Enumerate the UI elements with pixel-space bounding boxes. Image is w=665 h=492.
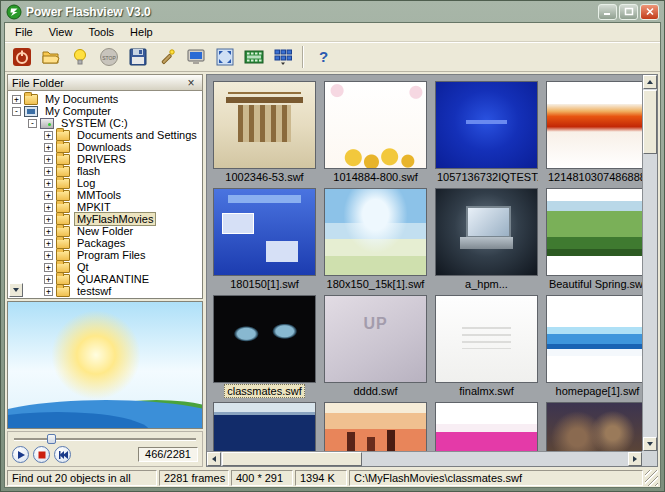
vertical-scroll-thumb[interactable] xyxy=(643,90,657,154)
thumbnail-image[interactable] xyxy=(324,81,427,169)
tree-item-testswf[interactable]: +testswf xyxy=(8,285,202,297)
exit-button[interactable] xyxy=(8,44,35,70)
expander-icon[interactable]: + xyxy=(44,191,53,200)
folder-icon xyxy=(56,262,70,273)
thumbnail-label: dddd.swf xyxy=(324,384,427,398)
thumbnail-item-selected[interactable]: classmates.swf xyxy=(213,295,316,398)
thumbnail-item[interactable] xyxy=(546,402,642,451)
minimize-button[interactable] xyxy=(598,4,617,20)
thumbnail-image[interactable] xyxy=(546,295,642,383)
thumbnail-item[interactable] xyxy=(435,402,538,451)
thumbnail-item[interactable]: Beautiful Spring.swf xyxy=(546,188,642,291)
screen-button[interactable] xyxy=(182,44,209,70)
scrollbar-corner xyxy=(642,451,657,466)
status-path: C:\MyFlashMovies\classmates.swf xyxy=(349,470,643,486)
thumbnail-image[interactable] xyxy=(435,402,538,451)
resize-grip[interactable] xyxy=(645,470,658,486)
thumbnail-image[interactable] xyxy=(324,402,427,451)
maximize-button[interactable] xyxy=(619,4,638,20)
titlebar[interactable]: Power Flashview V3.0 xyxy=(4,1,661,22)
stop-button[interactable] xyxy=(33,446,50,463)
expander-icon[interactable]: + xyxy=(44,263,53,272)
expander-icon[interactable]: + xyxy=(44,215,53,224)
expander-icon[interactable]: + xyxy=(44,203,53,212)
menu-file[interactable]: File xyxy=(7,24,41,40)
close-button[interactable] xyxy=(640,4,659,20)
expander-icon[interactable]: + xyxy=(44,179,53,188)
thumbnail-item[interactable]: finalmx.swf xyxy=(435,295,538,398)
thumbnail-image[interactable] xyxy=(546,402,642,451)
tree-item-drivers[interactable]: +DRIVERS xyxy=(8,153,202,165)
expander-icon[interactable]: - xyxy=(28,119,37,128)
expander-icon[interactable]: + xyxy=(44,287,53,296)
panel-close-button[interactable]: × xyxy=(184,77,198,89)
stop-button-toolbar[interactable]: STOP xyxy=(95,44,122,70)
right-panel: 1002346-53.swf 1014884-800.swf 105713673… xyxy=(206,74,658,467)
expander-icon[interactable]: + xyxy=(44,143,53,152)
thumbnail-item[interactable]: 180x150_15k[1].swf xyxy=(324,188,427,291)
lamp-button[interactable] xyxy=(66,44,93,70)
menu-view[interactable]: View xyxy=(41,24,81,40)
thumbnail-item[interactable] xyxy=(324,402,427,451)
tree-item-label[interactable]: testswf xyxy=(74,284,114,298)
filmstrip-button[interactable] xyxy=(240,44,267,70)
help-button[interactable]: ? xyxy=(310,44,337,70)
thumbnail-image[interactable] xyxy=(213,402,316,451)
thumbnail-image[interactable] xyxy=(435,188,538,276)
play-button[interactable] xyxy=(12,446,29,463)
thumbnail-item[interactable]: 1002346-53.swf xyxy=(213,81,316,184)
thumbnail-image[interactable] xyxy=(435,81,538,169)
thumbnail-image[interactable]: UP xyxy=(324,295,427,383)
thumbnail-image[interactable] xyxy=(324,188,427,276)
tree-scroll-down-button[interactable] xyxy=(9,283,23,297)
thumbnail-image[interactable] xyxy=(213,81,316,169)
expander-icon[interactable]: + xyxy=(44,239,53,248)
expander-icon[interactable]: + xyxy=(44,155,53,164)
thumbnail-image[interactable] xyxy=(546,81,642,169)
scroll-right-button[interactable] xyxy=(628,452,642,466)
menu-help[interactable]: Help xyxy=(122,24,161,40)
thumbnail-item[interactable]: 1057136732IQTEST.swf xyxy=(435,81,538,184)
thumbnail-view-button[interactable] xyxy=(269,44,296,70)
rewind-button[interactable] xyxy=(54,446,71,463)
tree-item-flash[interactable]: +flash xyxy=(8,165,202,177)
thumbnail-item[interactable]: 1214810307486888c393... xyxy=(546,81,642,184)
thumbnail-image[interactable] xyxy=(213,295,316,383)
thumbnail-item[interactable]: 1014884-800.swf xyxy=(324,81,427,184)
scroll-down-button[interactable] xyxy=(643,437,657,451)
expander-icon[interactable]: + xyxy=(44,227,53,236)
thumbnail-item[interactable]: 180150[1].swf xyxy=(213,188,316,291)
thumbnail-item[interactable]: UPdddd.swf xyxy=(324,295,427,398)
menu-tools[interactable]: Tools xyxy=(80,24,122,40)
tools-button[interactable] xyxy=(153,44,180,70)
thumbnail-item[interactable]: homepage[1].swf xyxy=(546,295,642,398)
seek-slider[interactable] xyxy=(14,433,196,445)
expander-icon[interactable]: + xyxy=(44,251,53,260)
svg-text:STOP: STOP xyxy=(102,54,116,60)
thumbnail-label: 1214810307486888c393... xyxy=(546,170,642,184)
thumbnail-image[interactable] xyxy=(546,188,642,276)
window-body: File View Tools Help STOP ? File Folder … xyxy=(4,22,661,488)
preview-pane[interactable] xyxy=(7,301,203,429)
scroll-up-button[interactable] xyxy=(643,75,657,89)
thumbnail-image[interactable] xyxy=(213,188,316,276)
toolbar-separator xyxy=(302,46,304,68)
seek-slider-thumb[interactable] xyxy=(47,434,56,444)
save-button[interactable] xyxy=(124,44,151,70)
expander-icon[interactable]: + xyxy=(44,275,53,284)
expander-icon[interactable]: - xyxy=(12,107,21,116)
horizontal-scrollbar[interactable] xyxy=(207,451,642,466)
thumbnail-image[interactable] xyxy=(435,295,538,383)
fullscreen-button[interactable] xyxy=(211,44,238,70)
vertical-scrollbar[interactable] xyxy=(642,75,657,451)
horizontal-scroll-thumb[interactable] xyxy=(222,452,362,466)
expander-icon[interactable]: + xyxy=(44,167,53,176)
tree-item-program-files[interactable]: +Program Files xyxy=(8,249,202,261)
thumbnail-item[interactable]: a_hpm... xyxy=(435,188,538,291)
expander-icon[interactable]: + xyxy=(12,95,21,104)
open-folder-button[interactable] xyxy=(37,44,64,70)
bulb-icon xyxy=(70,47,90,67)
thumbnail-item[interactable] xyxy=(213,402,316,451)
scroll-left-button[interactable] xyxy=(207,452,221,466)
expander-icon[interactable]: + xyxy=(44,131,53,140)
